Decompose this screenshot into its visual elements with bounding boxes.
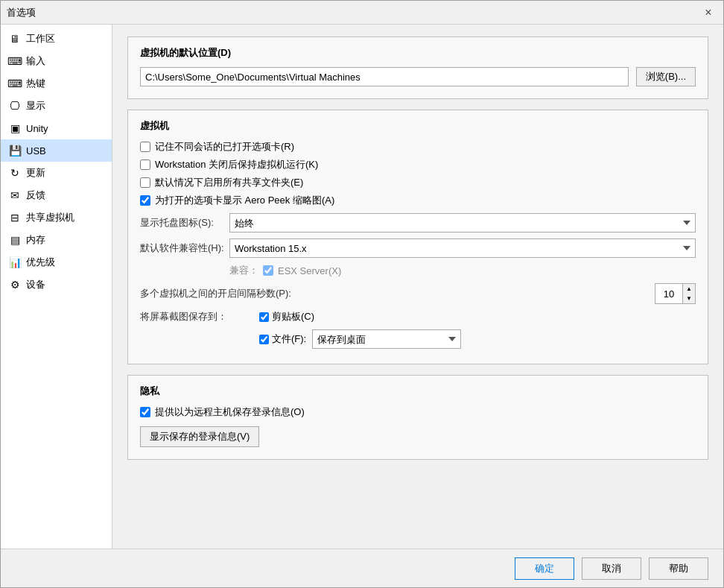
interval-row: 多个虚拟机之间的开启间隔秒数(P): 10 ▲ ▼ <box>140 283 696 304</box>
cb1-label: 记住不同会话的已打开选项卡(R) <box>155 140 294 154</box>
sidebar-item-device[interactable]: ⚙设备 <box>1 274 112 296</box>
usb-icon: 💾 <box>8 144 22 157</box>
tray-select[interactable]: 始终 从不 仅虚拟机运行时 <box>229 213 696 233</box>
sidebar-item-label-usb: USB <box>26 145 46 157</box>
sidebar-item-shared[interactable]: ⊟共享虚拟机 <box>1 206 112 229</box>
privacy-cb-row: 提供以为远程主机保存登录信息(O) <box>140 405 696 419</box>
compat-label: 默认软件兼容性(H): <box>140 241 229 255</box>
cb1-checkbox[interactable] <box>140 142 150 152</box>
spinner-buttons: ▲ ▼ <box>682 284 695 303</box>
footer: 确定 取消 帮助 <box>1 549 723 587</box>
sidebar-item-label-shared: 共享虚拟机 <box>26 211 74 224</box>
sidebar-item-label-hotkey: 热键 <box>26 77 45 90</box>
help-button[interactable]: 帮助 <box>649 557 708 580</box>
dialog-title: 首选项 <box>7 6 36 19</box>
sidebar-item-label-device: 设备 <box>26 278 45 291</box>
sidebar-item-input[interactable]: ⌨输入 <box>1 50 112 72</box>
file-row: 文件(F): 保存到桌面 自定义位置 <box>140 329 696 349</box>
vm-location-title: 虚拟机的默认位置(D) <box>140 46 696 60</box>
cb4-label: 为打开的选项卡显示 Aero Peek 缩略图(A) <box>155 194 334 207</box>
clipboard-label: 剪贴板(C) <box>272 310 314 323</box>
workspace-icon: 🖥 <box>8 32 22 45</box>
cb3-row: 默认情况下启用所有共享文件夹(E) <box>140 176 696 189</box>
spinner-up[interactable]: ▲ <box>683 284 695 294</box>
sidebar-item-unity[interactable]: ▣Unity <box>1 117 112 139</box>
sidebar-item-label-feedback: 反馈 <box>26 189 45 202</box>
screenshot-row: 将屏幕截图保存到： 剪贴板(C) <box>140 310 696 323</box>
preferences-dialog: 首选项 × 🖥工作区⌨输入⌨热键🖵显示▣Unity💾USB↻更新✉反馈⊟共享虚拟… <box>0 0 724 588</box>
show-saved-login-button[interactable]: 显示保存的登录信息(V) <box>140 426 259 447</box>
privacy-section: 隐私 提供以为远程主机保存登录信息(O) 显示保存的登录信息(V) <box>127 375 708 460</box>
browse-button[interactable]: 浏览(B)... <box>636 67 696 86</box>
tray-label: 显示托盘图标(S): <box>140 216 229 230</box>
screenshot-label: 将屏幕截图保存到： <box>140 310 259 323</box>
cb3-label: 默认情况下启用所有共享文件夹(E) <box>155 176 303 189</box>
main-panel: 虚拟机的默认位置(D) 浏览(B)... 虚拟机 记住不同会话的已打开选项卡(R… <box>112 25 723 549</box>
sidebar-item-display[interactable]: 🖵显示 <box>1 95 112 117</box>
cb4-row: 为打开的选项卡显示 Aero Peek 缩略图(A) <box>140 194 696 207</box>
esx-checkbox[interactable] <box>263 265 273 276</box>
sidebar-item-label-memory: 内存 <box>26 233 45 247</box>
sidebar-item-memory[interactable]: ▤内存 <box>1 229 112 251</box>
hotkey-icon: ⌨ <box>8 77 22 90</box>
interval-label: 多个虚拟机之间的开启间隔秒数(P): <box>140 287 655 300</box>
file-select[interactable]: 保存到桌面 自定义位置 <box>312 329 461 349</box>
cb4-checkbox[interactable] <box>140 195 150 206</box>
compat-select[interactable]: Workstation 15.x Workstation 14.x Workst… <box>229 238 696 258</box>
device-icon: ⚙ <box>8 278 22 291</box>
cb2-row: Workstation 关闭后保持虚拟机运行(K) <box>140 158 696 171</box>
sidebar-item-workspace[interactable]: 🖥工作区 <box>1 28 112 50</box>
compat-row: 默认软件兼容性(H): Workstation 15.x Workstation… <box>140 238 696 258</box>
input-icon: ⌨ <box>8 54 22 68</box>
sidebar-item-label-unity: Unity <box>26 123 48 134</box>
vm-section-title: 虚拟机 <box>140 119 696 133</box>
cb3-checkbox[interactable] <box>140 177 150 188</box>
sidebar-item-usb[interactable]: 💾USB <box>1 139 112 162</box>
vm-section: 虚拟机 记住不同会话的已打开选项卡(R) Workstation 关闭后保持虚拟… <box>127 110 708 364</box>
priority-icon: 📊 <box>8 256 22 269</box>
cb2-checkbox[interactable] <box>140 159 150 170</box>
cancel-button[interactable]: 取消 <box>582 557 641 580</box>
file-label: 文件(F): <box>272 332 306 346</box>
vm-location-section: 虚拟机的默认位置(D) 浏览(B)... <box>127 37 708 99</box>
title-bar: 首选项 × <box>1 1 723 25</box>
sidebar-item-update[interactable]: ↻更新 <box>1 162 112 184</box>
vm-path-input[interactable] <box>140 67 629 86</box>
interval-input[interactable]: 10 <box>655 284 682 303</box>
feedback-icon: ✉ <box>8 189 22 202</box>
unity-icon: ▣ <box>8 121 22 135</box>
clipboard-checkbox[interactable] <box>259 312 269 322</box>
close-button[interactable]: × <box>699 4 717 22</box>
sidebar-item-label-priority: 优先级 <box>26 256 55 269</box>
update-icon: ↻ <box>8 166 22 180</box>
privacy-cb-label: 提供以为远程主机保存登录信息(O) <box>155 405 305 419</box>
interval-spinner: 10 ▲ ▼ <box>655 283 696 304</box>
esx-row: 兼容： ESX Server(X) <box>229 264 696 277</box>
privacy-checkbox[interactable] <box>140 407 150 417</box>
esx-label: ESX Server(X) <box>278 265 341 276</box>
file-checkbox[interactable] <box>259 335 269 344</box>
shared-icon: ⊟ <box>8 211 22 224</box>
ok-button[interactable]: 确定 <box>515 557 574 580</box>
tray-row: 显示托盘图标(S): 始终 从不 仅虚拟机运行时 <box>140 213 696 233</box>
sidebar-item-label-display: 显示 <box>26 99 45 113</box>
sidebar-item-hotkey[interactable]: ⌨热键 <box>1 72 112 95</box>
cb2-label: Workstation 关闭后保持虚拟机运行(K) <box>155 158 318 171</box>
vm-location-row: 浏览(B)... <box>140 67 696 86</box>
spinner-down[interactable]: ▼ <box>683 294 695 303</box>
content-area: 🖥工作区⌨输入⌨热键🖵显示▣Unity💾USB↻更新✉反馈⊟共享虚拟机▤内存📊优… <box>1 25 723 549</box>
sidebar-item-label-update: 更新 <box>26 166 45 180</box>
sidebar-item-feedback[interactable]: ✉反馈 <box>1 184 112 206</box>
sidebar-item-label-workspace: 工作区 <box>26 32 55 45</box>
cb1-row: 记住不同会话的已打开选项卡(R) <box>140 140 696 154</box>
memory-icon: ▤ <box>8 233 22 247</box>
sidebar-item-label-input: 输入 <box>26 54 45 68</box>
sidebar-item-priority[interactable]: 📊优先级 <box>1 251 112 274</box>
privacy-section-title: 隐私 <box>140 385 696 398</box>
display-icon: 🖵 <box>8 99 22 113</box>
compat-esx-label: 兼容： <box>229 264 258 277</box>
sidebar: 🖥工作区⌨输入⌨热键🖵显示▣Unity💾USB↻更新✉反馈⊟共享虚拟机▤内存📊优… <box>1 25 112 549</box>
